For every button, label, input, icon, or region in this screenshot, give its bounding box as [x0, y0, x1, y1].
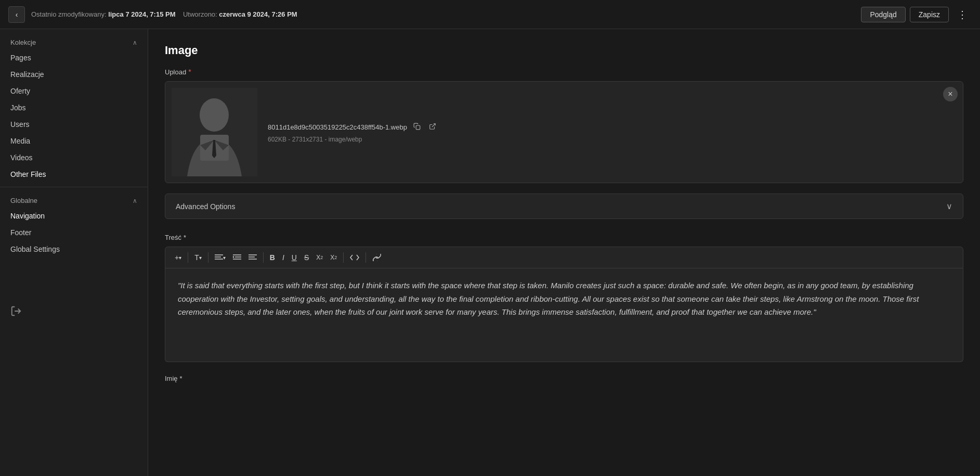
tresc-required: *	[184, 234, 186, 241]
file-meta: 602KB - 2731x2731 - image/webp	[268, 136, 946, 143]
top-bar-right: Podgląd Zapisz ⋮	[861, 6, 972, 23]
sidebar-item-navigation[interactable]: Navigation	[0, 208, 148, 224]
sidebar-item-footer[interactable]: Footer	[0, 224, 148, 241]
more-button[interactable]: ⋮	[953, 6, 972, 23]
main-layout: Kolekcje ∧ Pages Realizacje Oferty Jobs …	[0, 29, 980, 476]
toolbar-text-button[interactable]: T ▾	[191, 251, 205, 264]
upload-box: 8011d1e8d9c5003519225c2c438ff54b-1.webp	[165, 81, 963, 183]
back-button[interactable]: ‹	[8, 6, 25, 23]
toolbar-sep-4	[343, 252, 344, 263]
chevron-up-icon-2: ∧	[133, 197, 137, 204]
toolbar-indent-right-button[interactable]	[245, 252, 260, 263]
svg-line-4	[432, 123, 435, 126]
sidebar-divider	[0, 187, 148, 187]
toolbar-superscript-button[interactable]: X2	[327, 252, 340, 263]
toolbar-italic-button[interactable]: I	[279, 251, 288, 264]
advanced-options-toggle[interactable]: Advanced Options ∨	[165, 194, 963, 219]
content-area: Image Upload *	[148, 29, 980, 476]
toolbar-sep-5	[365, 252, 366, 263]
tresc-label: Treść *	[165, 234, 963, 241]
toolbar-strikethrough-button[interactable]: S	[301, 251, 312, 264]
upload-required: *	[188, 68, 191, 76]
sidebar-item-other-files[interactable]: Other Files	[0, 166, 148, 183]
toolbar-insert-button[interactable]: + ▾	[172, 251, 185, 264]
file-name: 8011d1e8d9c5003519225c2c438ff54b-1.webp	[268, 122, 946, 133]
open-file-button[interactable]	[427, 122, 438, 133]
toolbar-sep-3	[263, 252, 264, 263]
sidebar: Kolekcje ∧ Pages Realizacje Oferty Jobs …	[0, 29, 148, 476]
editor-blockquote-text: "It is said that everything starts with …	[178, 279, 950, 319]
upload-info: 8011d1e8d9c5003519225c2c438ff54b-1.webp	[257, 122, 957, 143]
top-bar: ‹ Ostatnio zmodyfikowany: lipca 7 2024, …	[0, 0, 980, 29]
upload-thumbnail	[172, 88, 257, 176]
sidebar-item-users[interactable]: Users	[0, 116, 148, 133]
toolbar-indent-left-button[interactable]	[230, 252, 244, 263]
chevron-up-icon: ∧	[133, 39, 137, 46]
imie-required: *	[180, 375, 182, 382]
toolbar-subscript-button[interactable]: X2	[313, 252, 326, 263]
remove-file-button[interactable]: ×	[943, 87, 958, 101]
sidebar-item-videos[interactable]: Videos	[0, 149, 148, 166]
modified-meta: Ostatnio zmodyfikowany: lipca 7 2024, 7:…	[31, 10, 297, 18]
imie-label: Imię *	[165, 375, 963, 382]
save-button[interactable]: Zapisz	[910, 7, 949, 22]
sidebar-item-realizacje[interactable]: Realizacje	[0, 66, 148, 83]
sidebar-section-globalne[interactable]: Globalne ∧	[0, 191, 148, 208]
toolbar-bold-button[interactable]: B	[267, 251, 278, 264]
toolbar-code-button[interactable]	[347, 252, 362, 263]
sidebar-item-media[interactable]: Media	[0, 133, 148, 149]
copy-file-button[interactable]	[411, 122, 423, 133]
toolbar-sep-2	[208, 252, 208, 263]
toolbar-align-button[interactable]: ▾	[212, 252, 229, 263]
sidebar-item-oferty[interactable]: Oferty	[0, 83, 148, 99]
editor-content[interactable]: "It is said that everything starts with …	[165, 268, 963, 362]
editor-toolbar: + ▾ T ▾ ▾	[165, 247, 963, 268]
upload-label: Upload *	[165, 68, 963, 76]
svg-point-1	[200, 98, 229, 132]
advanced-options-label: Advanced Options	[176, 202, 235, 211]
top-bar-left: ‹ Ostatnio zmodyfikowany: lipca 7 2024, …	[8, 6, 297, 23]
section-title: Image	[165, 44, 963, 57]
sidebar-item-pages[interactable]: Pages	[0, 49, 148, 66]
chevron-down-icon: ∨	[946, 201, 952, 211]
preview-button[interactable]: Podgląd	[861, 7, 905, 22]
svg-rect-3	[416, 125, 420, 130]
sidebar-section-kolekcje[interactable]: Kolekcje ∧	[0, 33, 148, 49]
toolbar-underline-button[interactable]: U	[289, 251, 300, 264]
toolbar-link-button[interactable]	[369, 252, 385, 263]
sidebar-item-jobs[interactable]: Jobs	[0, 99, 148, 116]
logout-button[interactable]	[10, 305, 22, 319]
toolbar-sep-1	[188, 252, 188, 263]
sidebar-item-global-settings[interactable]: Global Settings	[0, 241, 148, 258]
